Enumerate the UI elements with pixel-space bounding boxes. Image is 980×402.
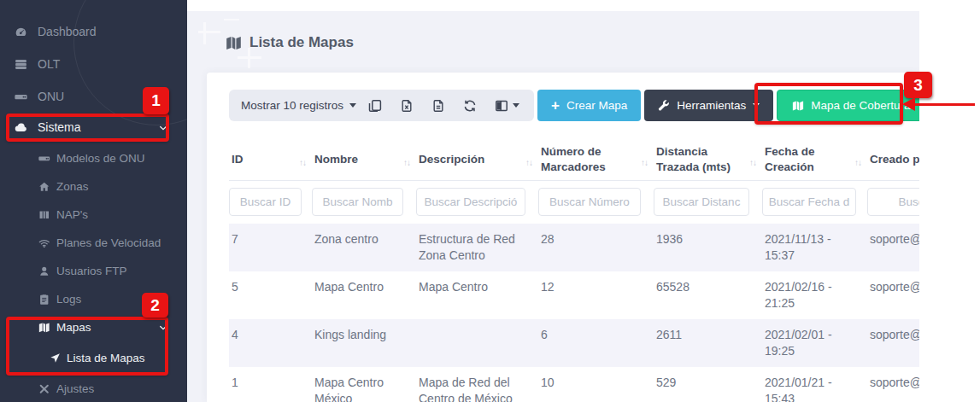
search-id-input[interactable] <box>229 188 302 216</box>
herramientas-label: Herramientas <box>677 99 746 112</box>
wrench-icon <box>658 100 670 112</box>
sidebar-item-planes-de-velocidad[interactable]: Planes de Velocidad <box>0 229 187 257</box>
right-white-margin <box>919 0 980 402</box>
cell-fecha: 2021/01/21 - 15:43 <box>762 367 867 402</box>
sort-icon: ↑↓ <box>299 158 306 167</box>
column-header-numero-de-marcadores[interactable]: Número de Marcadores↑↓ <box>538 139 654 180</box>
copy-icon[interactable] <box>368 99 382 113</box>
annotation-arrow-line <box>913 103 975 106</box>
sidebar-item-label: Logs <box>56 293 81 306</box>
sidebar-item-label: Usuarios FTP <box>56 265 127 277</box>
wifi-icon <box>38 237 50 249</box>
annotation-box-mapas <box>6 317 168 376</box>
annotation-badge-3: 3 <box>904 72 932 98</box>
cell-nombre: Zona centro <box>312 224 416 271</box>
sort-icon: ↑↓ <box>854 158 861 167</box>
sidebar-item-label: Modelos de ONU <box>56 152 145 165</box>
server-icon <box>14 58 27 71</box>
cell-creado-por: soporte@ <box>867 319 919 367</box>
column-header-creado-por[interactable]: Creado por <box>867 139 919 180</box>
search-nombre-input[interactable] <box>312 188 403 216</box>
sort-icon: ↑↓ <box>641 158 648 167</box>
datatable-controls: Mostrar 10 registros <box>229 90 534 121</box>
annotation-badge-2: 2 <box>142 293 168 318</box>
export-excel-icon[interactable] <box>400 99 414 113</box>
cell-id: 4 <box>229 319 312 367</box>
table-search-row <box>229 180 919 224</box>
cell-id: 7 <box>229 224 312 271</box>
cell-descripcion: Mapa Centro <box>416 271 538 319</box>
sidebar-item-dashboard[interactable]: Dashboard <box>0 15 187 48</box>
sort-icon: ↑↓ <box>749 158 756 167</box>
cell-fecha: 2021/02/16 - 21:25 <box>762 271 867 319</box>
search-descripcion-input[interactable] <box>416 188 525 216</box>
crear-mapa-button[interactable]: + Crear Mapa <box>537 90 641 121</box>
cell-descripcion <box>416 319 538 367</box>
table-header-row: ID↑↓ Nombre↑↓ Descripción↑↓ Número de Ma… <box>229 139 919 180</box>
cell-distancia: 1936 <box>654 224 762 271</box>
caret-down-icon <box>349 103 356 108</box>
cell-fecha: 2021/11/13 - 15:37 <box>762 224 867 271</box>
show-entries-label: Mostrar 10 registros <box>241 99 343 112</box>
device-icon <box>14 90 27 103</box>
column-header-nombre[interactable]: Nombre↑↓ <box>312 139 416 180</box>
cell-num-marcadores: 12 <box>538 271 654 319</box>
cell-descripcion: Mapa de Red del Centro de México <box>416 367 538 402</box>
crear-mapa-label: Crear Mapa <box>566 99 627 112</box>
cell-nombre: Mapa Centro <box>312 271 416 319</box>
column-header-distancia-trazada[interactable]: Distancia Trazada (mts)↑↓ <box>654 139 762 180</box>
sort-icon: ↑↓ <box>525 158 532 167</box>
column-header-id[interactable]: ID↑↓ <box>229 139 312 180</box>
table-row: 1 Mapa Centro México Mapa de Red del Cen… <box>229 367 919 402</box>
sidebar-item-usuarios-ftp[interactable]: Usuarios FTP <box>0 257 187 285</box>
page-title-text: Lista de Mapas <box>249 34 354 51</box>
cell-id: 1 <box>229 367 312 402</box>
plus-icon: + <box>551 98 560 113</box>
sidebar-item-ajustes[interactable]: Ajustes <box>0 375 187 402</box>
cell-num-marcadores: 28 <box>538 224 654 271</box>
sort-icon: ↑↓ <box>403 158 410 167</box>
cell-fecha: 2021/02/01 - 19:25 <box>762 319 867 367</box>
device-model-icon <box>38 153 50 165</box>
cell-num-marcadores: 6 <box>538 319 654 367</box>
search-fecha-input[interactable] <box>762 188 856 216</box>
search-numero-input[interactable] <box>538 188 641 216</box>
sidebar-item-label: NAP's <box>56 208 88 221</box>
sidebar-item-label: Ajustes <box>56 382 94 395</box>
cell-nombre: Kings landing <box>312 319 416 367</box>
search-creado-input[interactable] <box>867 188 919 216</box>
column-header-descripcion[interactable]: Descripción↑↓ <box>416 139 538 180</box>
refresh-icon[interactable] <box>463 99 477 113</box>
screen: Dashboard OLT ONU Sistema Modelos de ONU <box>0 0 980 402</box>
sidebar-item-olt[interactable]: OLT <box>0 48 187 80</box>
sidebar-item-zonas[interactable]: Zonas <box>0 172 187 201</box>
home-icon <box>38 181 50 193</box>
cell-creado-por: soporte@ <box>867 271 919 319</box>
sidebar-item-modelos-de-onu[interactable]: Modelos de ONU <box>0 144 187 172</box>
sidebar-item-label: OLT <box>38 57 60 71</box>
maps-table-container: ID↑↓ Nombre↑↓ Descripción↑↓ Número de Ma… <box>229 139 919 402</box>
table-row: 7 Zona centro Estructura de Red Zona Cen… <box>229 224 919 271</box>
table-row: 5 Mapa Centro Mapa Centro 12 65528 2021/… <box>229 271 919 319</box>
cell-num-marcadores: 10 <box>538 367 654 402</box>
cell-distancia: 2611 <box>654 319 762 367</box>
export-buttons <box>368 99 519 113</box>
cell-distancia: 65528 <box>654 271 762 319</box>
export-file-icon[interactable] <box>431 99 445 113</box>
column-header-fecha-de-creacion[interactable]: Fecha de Creación↑↓ <box>762 139 867 180</box>
sidebar-item-naps[interactable]: NAP's <box>0 201 187 229</box>
cell-distancia: 529 <box>654 367 762 402</box>
annotation-badge-1: 1 <box>143 87 169 114</box>
column-visibility-icon[interactable] <box>495 99 519 113</box>
sidebar-item-label: ONU <box>38 90 64 103</box>
sidebar-item-label: Zonas <box>56 180 89 193</box>
caret-down-icon <box>513 103 519 108</box>
cell-id: 5 <box>229 271 312 319</box>
clipboard-icon <box>38 294 50 306</box>
tools-icon <box>38 383 50 395</box>
show-entries-dropdown[interactable]: Mostrar 10 registros <box>229 90 365 121</box>
sidebar-item-label: Planes de Velocidad <box>56 236 161 249</box>
search-distancia-input[interactable] <box>654 188 749 216</box>
sidebar-item-label: Dashboard <box>38 25 97 38</box>
annotation-box-mapa-de-cobertura <box>754 83 903 125</box>
